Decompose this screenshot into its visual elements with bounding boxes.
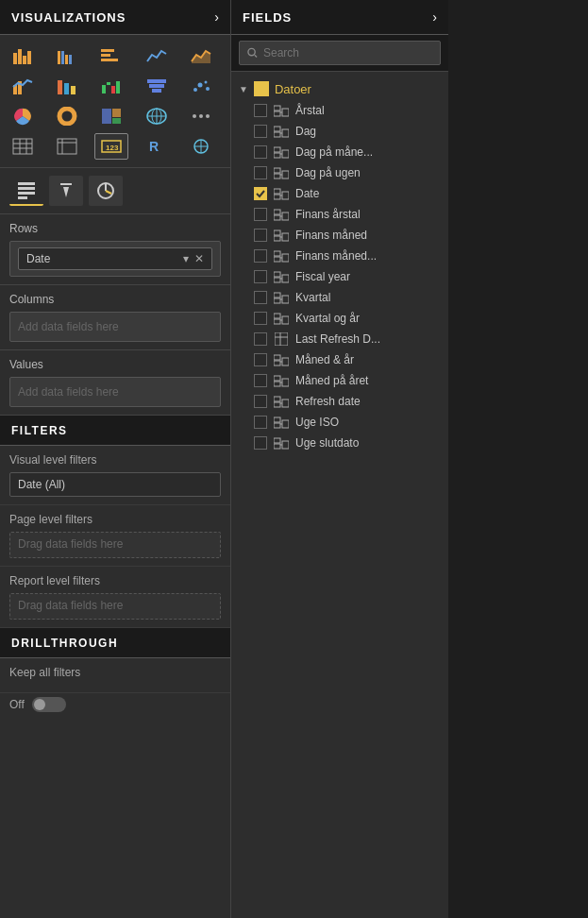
keep-filters-toggle[interactable] bbox=[32, 697, 66, 712]
tree-item[interactable]: Dag på ugen bbox=[231, 162, 448, 183]
viz-icon-combo[interactable] bbox=[6, 73, 40, 99]
viz-icon-card[interactable]: 123 bbox=[94, 133, 128, 160]
viz-icon-r-script[interactable]: R bbox=[140, 133, 174, 160]
tree-item-checkbox[interactable] bbox=[254, 270, 267, 283]
tree-item-checkbox[interactable] bbox=[254, 374, 267, 387]
chip-chevron[interactable]: ▾ bbox=[183, 252, 189, 265]
viz-icon-funnel[interactable] bbox=[140, 73, 174, 99]
tree-item-checkbox[interactable] bbox=[254, 249, 267, 263]
tree-item[interactable]: Kvartal bbox=[231, 287, 448, 308]
tree-item-checkbox[interactable] bbox=[254, 332, 267, 346]
viz-icon-table-2[interactable] bbox=[6, 133, 40, 160]
viz-icon-clustered-bar[interactable] bbox=[50, 42, 84, 69]
tree-item-checkbox[interactable] bbox=[254, 125, 267, 138]
viz-icon-area-chart[interactable] bbox=[184, 42, 218, 69]
search-box[interactable] bbox=[239, 41, 441, 65]
tree-item-type-icon bbox=[273, 125, 290, 138]
page-level-label: Page level filters bbox=[9, 513, 221, 526]
date-all-filter[interactable]: Date (All) bbox=[9, 472, 221, 497]
viz-icon-pie[interactable] bbox=[6, 103, 40, 129]
tab-analytics[interactable] bbox=[89, 176, 123, 206]
svg-rect-95 bbox=[282, 233, 289, 241]
tree-item-checkbox[interactable] bbox=[254, 229, 267, 242]
tree-item-type-icon bbox=[273, 187, 290, 200]
viz-icon-treemap[interactable] bbox=[94, 103, 128, 129]
tree-item-checkbox[interactable] bbox=[254, 416, 267, 429]
tree-item[interactable]: Last Refresh D... bbox=[231, 329, 448, 349]
tree-item-checkbox[interactable] bbox=[254, 312, 267, 325]
viz-icon-ribbon[interactable] bbox=[50, 73, 84, 99]
svg-rect-87 bbox=[282, 192, 289, 199]
report-level-drop-zone[interactable]: Drag data fields here bbox=[9, 593, 221, 620]
chip-close[interactable]: ✕ bbox=[194, 252, 204, 265]
tree-item-checkbox[interactable] bbox=[254, 208, 267, 221]
svg-rect-57 bbox=[18, 192, 35, 195]
date-field-chip[interactable]: Date ▾ ✕ bbox=[18, 247, 212, 270]
datoer-label: Datoer bbox=[275, 82, 311, 96]
svg-rect-79 bbox=[282, 150, 289, 158]
tree-item[interactable]: Måned på året bbox=[231, 370, 448, 391]
tree-item-checkbox[interactable] bbox=[254, 145, 267, 159]
tab-fields[interactable] bbox=[9, 176, 43, 206]
viz-icon-map[interactable] bbox=[140, 103, 174, 129]
svg-rect-78 bbox=[274, 153, 280, 158]
tree-item[interactable]: Dag på måne... bbox=[231, 142, 448, 162]
tree-item[interactable]: Uge ISO bbox=[231, 412, 448, 433]
rows-drop-zone[interactable]: Date ▾ ✕ bbox=[9, 241, 221, 277]
tree-item[interactable]: Refresh date bbox=[231, 391, 448, 412]
svg-rect-21 bbox=[147, 79, 166, 83]
datoer-arrow: ▼ bbox=[239, 84, 248, 94]
tree-item-checkbox[interactable] bbox=[254, 291, 267, 304]
page-level-drop-zone[interactable]: Drag data fields here bbox=[9, 532, 221, 558]
svg-rect-2 bbox=[23, 56, 26, 64]
viz-icon-line-chart[interactable] bbox=[140, 42, 174, 69]
svg-point-27 bbox=[206, 87, 210, 91]
page-level-filters-section: Page level filters Drag data fields here bbox=[0, 505, 230, 567]
tree-item[interactable]: Finans måned bbox=[231, 225, 448, 246]
svg-point-38 bbox=[193, 114, 196, 118]
svg-rect-82 bbox=[274, 174, 280, 178]
svg-rect-55 bbox=[18, 182, 35, 185]
tree-item-checkbox[interactable] bbox=[254, 436, 267, 450]
tree-item[interactable]: Dag bbox=[231, 121, 448, 142]
tree-item[interactable]: Finans årstal bbox=[231, 204, 448, 225]
tree-item[interactable]: Årstal bbox=[231, 100, 448, 121]
svg-rect-77 bbox=[274, 147, 280, 152]
svg-rect-85 bbox=[274, 189, 280, 194]
tree-item-label: Dag på måne... bbox=[295, 145, 373, 159]
svg-rect-16 bbox=[71, 86, 76, 94]
tree-item-checkbox[interactable] bbox=[254, 353, 267, 366]
search-input[interactable] bbox=[263, 46, 432, 60]
tab-format[interactable] bbox=[49, 176, 83, 206]
viz-icon-globe[interactable] bbox=[184, 133, 218, 160]
svg-rect-8 bbox=[101, 49, 114, 52]
chip-actions: ▾ ✕ bbox=[183, 252, 204, 265]
viz-icon-stacked-bar-h[interactable] bbox=[94, 42, 128, 69]
fields-panel-arrow[interactable]: › bbox=[432, 9, 437, 25]
svg-rect-58 bbox=[18, 196, 27, 199]
viz-icon-stacked-bar[interactable] bbox=[6, 42, 40, 69]
viz-icon-waterfall[interactable] bbox=[94, 73, 128, 99]
values-drop-zone[interactable]: Add data fields here bbox=[9, 377, 221, 407]
tree-item[interactable]: Fiscal year bbox=[231, 266, 448, 287]
datoer-group-header[interactable]: ▼ Datoer bbox=[231, 77, 448, 100]
tree-item-checkbox[interactable] bbox=[254, 395, 267, 408]
tree-item-checkbox[interactable] bbox=[254, 187, 267, 200]
tree-item[interactable]: Måned & år bbox=[231, 349, 448, 370]
svg-rect-18 bbox=[107, 82, 110, 85]
viz-icon-matrix[interactable] bbox=[50, 133, 84, 160]
columns-drop-zone[interactable]: Add data fields here bbox=[9, 312, 221, 342]
tree-item-checkbox[interactable] bbox=[254, 166, 267, 179]
tree-item-checkbox[interactable] bbox=[254, 104, 267, 117]
viz-icon-donut[interactable] bbox=[50, 103, 84, 129]
tree-item[interactable]: Finans måned... bbox=[231, 246, 448, 266]
viz-panel-arrow[interactable]: › bbox=[214, 9, 219, 25]
tree-item[interactable]: Kvartal og år bbox=[231, 308, 448, 329]
viz-icon-more[interactable] bbox=[184, 103, 218, 129]
svg-rect-113 bbox=[275, 332, 288, 346]
tree-item[interactable]: Uge slutdato bbox=[231, 433, 448, 453]
tree-item[interactable]: Date bbox=[231, 183, 448, 204]
viz-icon-scatter[interactable] bbox=[184, 73, 218, 99]
svg-rect-134 bbox=[282, 441, 289, 449]
tree-item-label: Fiscal year bbox=[295, 270, 350, 283]
